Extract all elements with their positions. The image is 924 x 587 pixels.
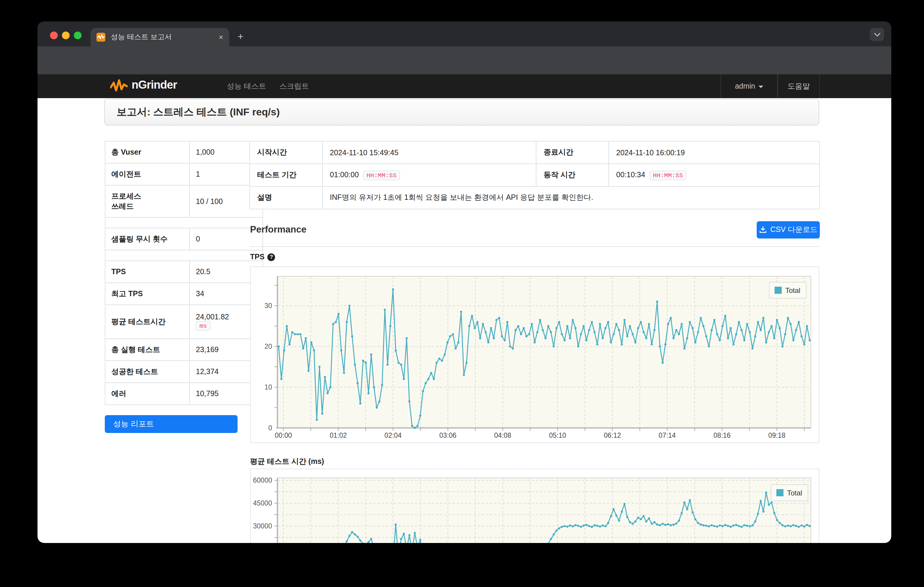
table-row: 평균 테스트시간24,001.82ms (105, 305, 263, 339)
browser-tab[interactable]: 성능 테스트 보고서 × (91, 28, 229, 46)
svg-text:10: 10 (264, 383, 272, 391)
table-row: 에이전트1 (105, 163, 263, 185)
ngrinder-logo-icon[interactable] (110, 79, 128, 94)
close-window-button[interactable] (50, 31, 58, 39)
description-value: INF명의 유저가 1초에 1회씩 요청을 보내는 환경에서 API 응답 분포… (322, 186, 820, 209)
mtt-chart-card: 300004500060000Total (250, 469, 819, 543)
csv-download-button[interactable]: CSV 다운로드 (757, 221, 820, 238)
svg-text:04:08: 04:08 (494, 431, 512, 439)
svg-text:Total: Total (785, 286, 800, 294)
browser-toolbar: http://localhost:9000/perftest/39/detail… (38, 46, 891, 74)
svg-text:01:02: 01:02 (330, 431, 347, 439)
ngrinder-navbar: nGrinder 성능 테스트 스크립트 admin 도움말 (38, 74, 891, 98)
chevron-down-icon (874, 33, 880, 36)
svg-text:02:04: 02:04 (384, 431, 402, 439)
maximize-window-button[interactable] (74, 31, 82, 39)
user-menu[interactable]: admin (720, 74, 777, 98)
table-row: 설명 INF명의 유저가 1초에 1회씩 요청을 보내는 환경에서 API 응답… (250, 186, 820, 209)
nav-perftest[interactable]: 성능 테스트 (227, 74, 266, 98)
nav-script[interactable]: 스크립트 (279, 74, 309, 98)
tps-chart-label: TPS ? (250, 253, 276, 261)
svg-text:05:10: 05:10 (549, 431, 566, 439)
svg-text:30: 30 (264, 302, 272, 309)
svg-text:06:12: 06:12 (604, 431, 621, 439)
page-viewport: nGrinder 성능 테스트 스크립트 admin 도움말 보고서: 스트레스… (38, 74, 891, 543)
time-format-badge: HH:MM:SS (363, 170, 400, 180)
svg-text:60000: 60000 (253, 476, 272, 484)
caret-down-icon (758, 86, 763, 88)
svg-text:08:16: 08:16 (714, 431, 731, 439)
tab-strip: 성능 테스트 보고서 × + (38, 21, 891, 46)
summary-table: 총 Vuser1,000 에이전트1 프로세스 쓰레드10 / 100 샘플링 … (105, 141, 263, 405)
time-format-badge: HH:MM:SS (649, 170, 686, 180)
test-info-table: 시작시간 2024-11-10 15:49:45 종료시간 2024-11-10… (249, 141, 820, 209)
help-icon[interactable]: ? (267, 253, 276, 261)
performance-heading: Performance (250, 224, 307, 235)
svg-text:Total: Total (787, 489, 802, 497)
table-row: 에러10,795 (105, 383, 263, 405)
page-title: 보고서: 스트레스 테스트 (INF req/s) (117, 105, 280, 119)
ms-badge: ms (196, 321, 210, 330)
svg-text:45000: 45000 (253, 499, 272, 507)
svg-text:20: 20 (264, 342, 272, 350)
table-row: TPS20.5 (105, 261, 263, 283)
download-icon (759, 226, 767, 234)
tab-close-icon[interactable]: × (219, 33, 223, 41)
table-row: 프로세스 쓰레드10 / 100 (105, 185, 263, 217)
ngrinder-favicon-icon (96, 33, 106, 42)
mtt-chart-label: 평균 테스트 시간 (ms) (250, 457, 324, 467)
desktop: 성능 테스트 보고서 × + http://localhost:9000/per… (0, 0, 924, 587)
svg-text:09:18: 09:18 (768, 431, 785, 439)
table-row: 최고 TPS34 (105, 283, 263, 305)
performance-report-button[interactable]: 성능 리포트 (105, 415, 238, 433)
table-spacer-row (105, 250, 263, 261)
new-tab-button[interactable]: + (238, 31, 244, 42)
table-row: 총 Vuser1,000 (105, 141, 263, 163)
tab-title: 성능 테스트 보고서 (111, 32, 219, 42)
tab-search-chevron-button[interactable] (870, 28, 884, 41)
svg-text:03:06: 03:06 (439, 431, 457, 439)
minimize-window-button[interactable] (62, 31, 70, 39)
table-row: 시작시간 2024-11-10 15:49:45 종료시간 2024-11-10… (250, 141, 820, 164)
mtt-chart: 300004500060000Total (251, 469, 818, 543)
table-row: 성공한 테스트12,374 (105, 361, 263, 383)
tps-chart-card: 010203000:0001:0202:0403:0604:0805:1006:… (250, 266, 819, 443)
table-row: 테스트 기간 01:00:00 HH:MM:SS 동작 시간 00:10:34 … (250, 164, 820, 186)
tps-chart: 010203000:0001:0202:0403:0604:0805:1006:… (251, 267, 818, 442)
report-title-card: 보고서: 스트레스 테스트 (INF req/s) (104, 99, 819, 125)
svg-text:00:00: 00:00 (275, 431, 292, 439)
section-divider (250, 246, 819, 247)
table-spacer-row (105, 217, 263, 228)
user-name: admin (735, 82, 755, 90)
svg-text:30000: 30000 (253, 522, 272, 530)
table-row: 총 실행 테스트23,169 (105, 339, 263, 361)
brand-name[interactable]: nGrinder (132, 79, 177, 92)
svg-text:0: 0 (268, 424, 272, 432)
svg-text:07:14: 07:14 (659, 431, 676, 439)
table-row: 샘플링 무시 횟수0 (105, 228, 263, 250)
browser-window: 성능 테스트 보고서 × + http://localhost:9000/per… (38, 21, 891, 543)
help-link[interactable]: 도움말 (777, 74, 820, 98)
